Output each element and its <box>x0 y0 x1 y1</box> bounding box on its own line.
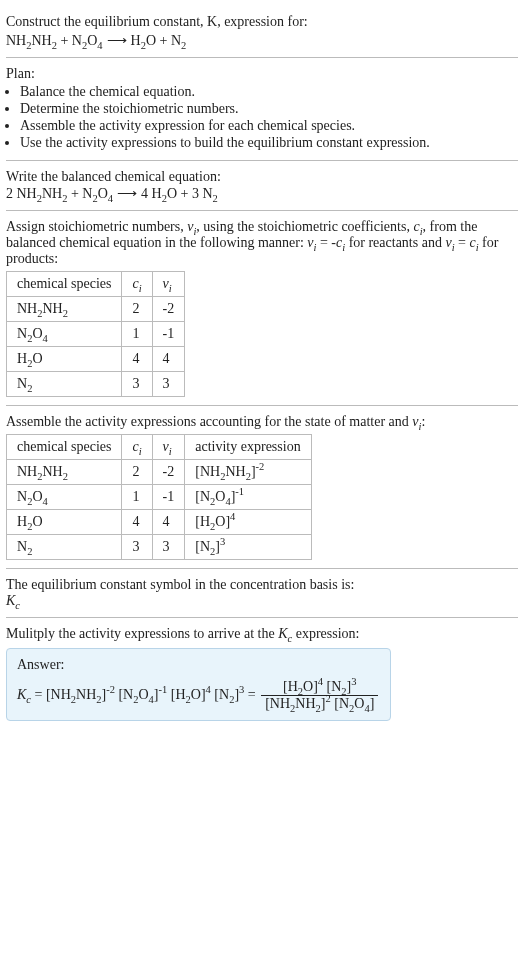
stoich-section: Assign stoichiometric numbers, νi, using… <box>6 211 518 406</box>
table-row: N2O4 1 -1 [N2O4]-1 <box>7 485 312 510</box>
cell-ci: 4 <box>122 347 152 372</box>
balanced-section: Write the balanced chemical equation: 2 … <box>6 161 518 211</box>
balanced-equation: 2 NH2NH2 + N2O4⟶4 H2O + 3 N2 <box>6 185 518 202</box>
cell-vi: 3 <box>152 372 185 397</box>
answer-box: Answer: Kc = [NH2NH2]-2 [N2O4]-1 [H2O]4 … <box>6 648 391 721</box>
cell-expr: [NH2NH2]-2 <box>185 460 311 485</box>
cell-species: NH2NH2 <box>7 297 122 322</box>
cell-species: N2 <box>7 372 122 397</box>
table-row: H2O 4 4 [H2O]4 <box>7 510 312 535</box>
kc-fraction: [H2O]4 [N2]3 [NH2NH2]2 [N2O4] <box>259 679 380 712</box>
cell-vi: 3 <box>152 535 185 560</box>
plan-section: Plan: Balance the chemical equation. Det… <box>6 58 518 161</box>
cell-vi: -2 <box>152 297 185 322</box>
cell-ci: 1 <box>122 322 152 347</box>
balanced-label: Write the balanced chemical equation: <box>6 169 518 185</box>
table-row: NH2NH2 2 -2 <box>7 297 185 322</box>
cell-expr: [N2]3 <box>185 535 311 560</box>
cell-species: H2O <box>7 510 122 535</box>
col-species: chemical species <box>7 435 122 460</box>
activity-intro: Assemble the activity expressions accoun… <box>6 414 518 430</box>
cell-ci: 3 <box>122 372 152 397</box>
plan-item: Use the activity expressions to build th… <box>20 135 518 151</box>
cell-vi: -1 <box>152 485 185 510</box>
multiply-label: Mulitply the activity expressions to arr… <box>6 626 518 642</box>
kc-expression: Kc = [NH2NH2]-2 [N2O4]-1 [H2O]4 [N2]3 = … <box>17 679 380 712</box>
stoich-intro: Assign stoichiometric numbers, νi, using… <box>6 219 518 267</box>
activity-table: chemical species ci νi activity expressi… <box>6 434 312 560</box>
text: expression: <box>292 626 359 641</box>
table-header-row: chemical species ci νi <box>7 272 185 297</box>
unbalanced-equation: NH2NH2 + N2O4⟶H2O + N2 <box>6 32 518 49</box>
col-expr: activity expression <box>185 435 311 460</box>
prompt-section: Construct the equilibrium constant, K, e… <box>6 6 518 58</box>
cell-species: H2O <box>7 347 122 372</box>
kc-symbol-label: The equilibrium constant symbol in the c… <box>6 577 518 593</box>
table-row: N2O4 1 -1 <box>7 322 185 347</box>
text: : <box>421 414 425 429</box>
text: , using the stoichiometric coefficients, <box>196 219 413 234</box>
cell-vi: -1 <box>152 322 185 347</box>
text: Assign stoichiometric numbers, <box>6 219 187 234</box>
cell-expr: [N2O4]-1 <box>185 485 311 510</box>
cell-ci: 2 <box>122 460 152 485</box>
answer-label: Answer: <box>17 657 380 673</box>
table-row: N2 3 3 [N2]3 <box>7 535 312 560</box>
table-row: NH2NH2 2 -2 [NH2NH2]-2 <box>7 460 312 485</box>
cell-vi: 4 <box>152 510 185 535</box>
kc-symbol-section: The equilibrium constant symbol in the c… <box>6 569 518 618</box>
stoich-table: chemical species ci νi NH2NH2 2 -2 N2O4 … <box>6 271 185 397</box>
plan-label: Plan: <box>6 66 518 82</box>
table-header-row: chemical species ci νi activity expressi… <box>7 435 312 460</box>
col-vi: νi <box>152 272 185 297</box>
cell-ci: 4 <box>122 510 152 535</box>
answer-section: Mulitply the activity expressions to arr… <box>6 618 518 729</box>
cell-ci: 2 <box>122 297 152 322</box>
col-ci: ci <box>122 435 152 460</box>
cell-ci: 3 <box>122 535 152 560</box>
cell-species: NH2NH2 <box>7 460 122 485</box>
kc-symbol: Kc <box>6 593 518 609</box>
cell-species: N2 <box>7 535 122 560</box>
text: Assemble the activity expressions accoun… <box>6 414 412 429</box>
plan-item: Balance the chemical equation. <box>20 84 518 100</box>
col-vi: νi <box>152 435 185 460</box>
cell-species: N2O4 <box>7 485 122 510</box>
activity-section: Assemble the activity expressions accoun… <box>6 406 518 569</box>
plan-item: Determine the stoichiometric numbers. <box>20 101 518 117</box>
cell-species: N2O4 <box>7 322 122 347</box>
cell-vi: 4 <box>152 347 185 372</box>
text: for reactants and <box>345 235 445 250</box>
plan-item: Assemble the activity expression for eac… <box>20 118 518 134</box>
table-row: H2O 4 4 <box>7 347 185 372</box>
cell-expr: [H2O]4 <box>185 510 311 535</box>
col-species: chemical species <box>7 272 122 297</box>
plan-list: Balance the chemical equation. Determine… <box>6 84 518 151</box>
prompt-label: Construct the equilibrium constant, K, e… <box>6 14 308 29</box>
col-ci: ci <box>122 272 152 297</box>
prompt-text: Construct the equilibrium constant, K, e… <box>6 14 518 30</box>
text: Mulitply the activity expressions to arr… <box>6 626 278 641</box>
cell-vi: -2 <box>152 460 185 485</box>
table-row: N2 3 3 <box>7 372 185 397</box>
cell-ci: 1 <box>122 485 152 510</box>
